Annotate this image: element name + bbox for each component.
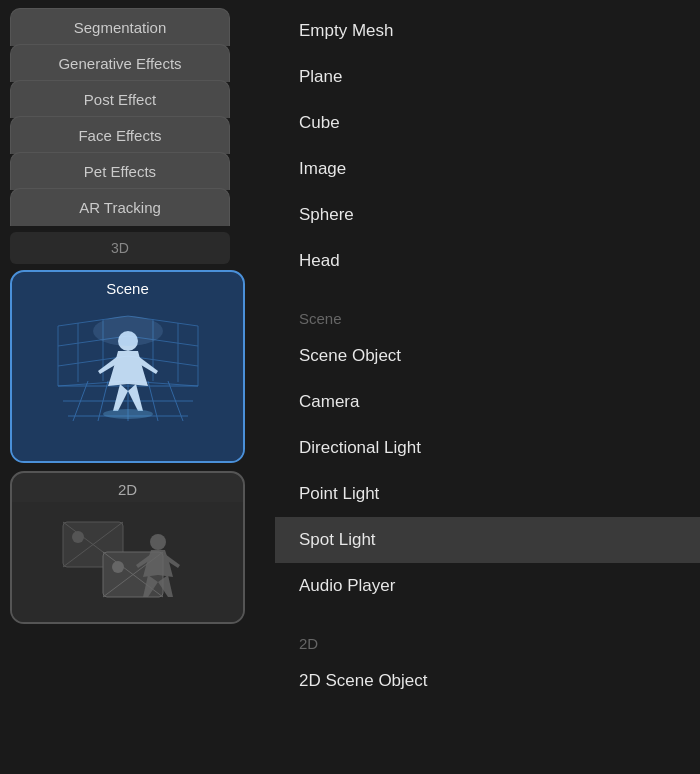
svg-point-33 [150,534,166,550]
sidebar-tab-pet-effects[interactable]: Pet Effects [10,152,230,190]
scene-illustration [12,301,243,461]
menu-item-scene-object[interactable]: Scene Object [275,333,700,379]
svg-point-24 [93,316,163,346]
scene-3d-graphic [48,306,208,456]
menu-item-sphere[interactable]: Sphere [275,192,700,238]
2d-card-label: 2D [12,473,243,502]
section-3d-label: 3D [10,232,230,264]
section-header-2d: 2D [275,619,700,658]
2d-illustration [12,502,243,622]
svg-point-32 [112,561,124,573]
sidebar-tab-ar-tracking[interactable]: AR Tracking [10,188,230,226]
menu-item-empty-mesh[interactable]: Empty Mesh [275,8,700,54]
menu-item-plane[interactable]: Plane [275,54,700,100]
menu-item-cube[interactable]: Cube [275,100,700,146]
2d-card[interactable]: 2D [10,471,245,624]
menu-item-point-light[interactable]: Point Light [275,471,700,517]
menu-item-audio-player[interactable]: Audio Player [275,563,700,609]
scene-2d-graphic [58,512,198,612]
section-header-scene: Scene [275,294,700,333]
sidebar: Segmentation Generative Effects Post Eff… [0,0,275,774]
scene-card[interactable]: Scene [10,270,245,463]
sidebar-tab-post-effect[interactable]: Post Effect [10,80,230,118]
menu-item-2d-scene-object[interactable]: 2D Scene Object [275,658,700,704]
sidebar-tab-generative-effects[interactable]: Generative Effects [10,44,230,82]
divider-1 [275,284,700,294]
menu-item-camera[interactable]: Camera [275,379,700,425]
sidebar-tab-face-effects[interactable]: Face Effects [10,116,230,154]
svg-point-23 [103,409,153,419]
menu-item-spot-light[interactable]: Spot Light [275,517,700,563]
scene-card-label: Scene [12,272,243,301]
right-panel: Empty Mesh Plane Cube Image Sphere Head … [275,0,700,774]
menu-item-image[interactable]: Image [275,146,700,192]
menu-item-directional-light[interactable]: Directional Light [275,425,700,471]
divider-2 [275,609,700,619]
sidebar-tab-segmentation[interactable]: Segmentation [10,8,230,46]
menu-item-head[interactable]: Head [275,238,700,284]
svg-point-28 [72,531,84,543]
